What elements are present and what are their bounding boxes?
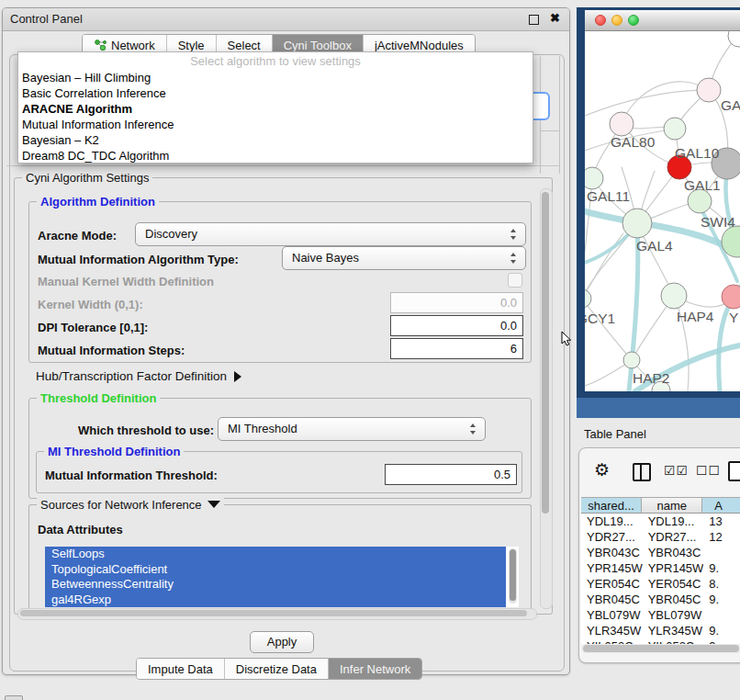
network-canvas-svg: GALGAL80GAL10GAL1GAL11SWI4GAL4GCY1HAP4YH… — [585, 31, 740, 391]
hidden-panel-border — [559, 56, 560, 174]
threshold-definition-title: Threshold Definition — [37, 391, 160, 405]
attribute-item[interactable]: gal4RGexp — [45, 593, 506, 608]
columns-icon[interactable] — [633, 463, 651, 481]
table-row[interactable]: YPR145WYPR145W9. — [581, 560, 740, 576]
close-traffic-icon[interactable] — [595, 15, 606, 26]
which-threshold-select[interactable]: MI Threshold — [218, 417, 486, 441]
mi-threshold-definition-title: MI Threshold Definition — [44, 445, 184, 458]
node-label: HAP4 — [677, 309, 714, 324]
algorithm-option[interactable]: Dream8 DC_TDC Algorithm — [22, 148, 529, 164]
network-window-titlebar[interactable] — [585, 10, 740, 31]
which-threshold-label: Which threshold to use: — [78, 423, 214, 437]
bottom-left-partial-button[interactable] — [5, 695, 23, 700]
manual-kernel-checkbox[interactable] — [508, 273, 522, 288]
table-row[interactable]: YBR043CYBR043C — [581, 545, 740, 560]
sources-title: Sources for Network Inference — [40, 498, 202, 512]
table-row[interactable]: YER054CYER054C8. — [581, 576, 740, 592]
algorithm-option-selected[interactable]: ARACNE Algorithm — [22, 101, 529, 117]
tab-network-label: Network — [111, 39, 155, 52]
deselect-all-icon[interactable]: ☐☐ — [696, 463, 721, 478]
settings-vscroll-thumb[interactable] — [542, 192, 549, 514]
table-hscroll-thumb[interactable] — [583, 645, 739, 652]
node-gal80[interactable] — [610, 112, 633, 136]
node-gal7[interactable] — [697, 78, 721, 102]
table-row[interactable]: YLR345WYLR345W9. — [581, 623, 740, 638]
column-header-name[interactable]: name — [642, 497, 702, 514]
zoom-traffic-icon[interactable] — [628, 15, 639, 26]
algorithm-option[interactable]: Bayesian – Hill Climbing — [22, 70, 529, 85]
kernel-width-field[interactable]: 0.0 — [390, 292, 523, 313]
expand-right-icon — [234, 371, 241, 382]
hub-definition-label: Hub/Transcription Factor Definition — [36, 369, 227, 383]
mi-steps-label: Mutual Information Steps: — [38, 344, 185, 357]
float-window-icon[interactable] — [529, 15, 539, 25]
node-gal11[interactable] — [585, 167, 603, 189]
node-label: HAP2 — [633, 370, 670, 386]
minimize-traffic-icon[interactable] — [611, 15, 622, 26]
node-gal4[interactable] — [622, 209, 652, 238]
dpi-tolerance-label: DPI Tolerance [0,1]: — [38, 321, 148, 334]
tab-impute-data[interactable]: Impute Data — [137, 659, 225, 679]
column-header-shared-name[interactable]: shared... — [581, 497, 642, 514]
node-label: GCY1 — [585, 310, 615, 326]
tab-cyni-toolbox-label: Cyni Toolbox — [284, 39, 352, 52]
tab-discretize-data[interactable]: Discretize Data — [225, 659, 329, 679]
network-icon — [94, 40, 107, 51]
attributes-scrollbar[interactable] — [509, 548, 517, 604]
table-row[interactable]: YDL19...YDL19...13 — [581, 514, 740, 529]
table-row[interactable]: YBL079WYBL079W — [581, 607, 740, 623]
collapse-down-icon — [207, 501, 220, 508]
column-header-partial[interactable]: A — [702, 497, 740, 514]
hidden-panel-border — [540, 130, 560, 131]
table-row[interactable]: YDR27...YDR27...12 — [581, 529, 740, 545]
aracne-mode-select[interactable]: Discovery — [135, 222, 526, 246]
spinner-arrows-icon — [510, 229, 517, 240]
algorithm-option[interactable]: Bayesian – K2 — [22, 132, 529, 148]
table-horizontal-scrollbar[interactable] — [581, 644, 740, 653]
network-view-window: GALGAL80GAL10GAL1GAL11SWI4GAL4GCY1HAP4YH… — [577, 7, 740, 398]
table-panel: Table Panel ⚙ ☑☑ ☐☐ shared... name A YDL… — [571, 418, 740, 700]
node-gcy1[interactable] — [585, 289, 591, 308]
select-all-icon[interactable]: ☑☑ — [664, 463, 689, 478]
dpi-tolerance-field[interactable]: 0.0 — [390, 315, 523, 336]
gear-icon[interactable]: ⚙ — [594, 459, 610, 480]
node-hap4[interactable] — [661, 283, 687, 309]
algorithm-option[interactable]: Mutual Information Inference — [22, 117, 529, 132]
node-partial-top[interactable] — [728, 31, 740, 47]
data-attributes-list[interactable]: SelfLoops TopologicalCoefficient Between… — [45, 547, 519, 607]
spinner-arrows-icon — [470, 423, 477, 435]
attribute-item[interactable]: SelfLoops — [45, 547, 506, 562]
table-row[interactable]: YBR045CYBR045C9. — [581, 592, 740, 607]
node-label: SWI4 — [701, 214, 735, 230]
settings-hscroll-thumb[interactable] — [20, 610, 527, 616]
aracne-mode-value: Discovery — [145, 227, 197, 241]
mi-type-label: Mutual Information Algorithm Type: — [38, 253, 239, 266]
attribute-item[interactable]: TopologicalCoefficient — [45, 562, 506, 578]
settings-horizontal-scrollbar[interactable] — [17, 608, 537, 620]
data-attributes-label: Data Attributes — [38, 523, 123, 536]
node-label: GAL — [721, 97, 740, 113]
node-label: GAL10 — [675, 145, 720, 161]
tab-impute-data-label: Impute Data — [148, 662, 213, 676]
attributes-scrollbar-thumb[interactable] — [510, 549, 516, 601]
sources-title-row[interactable]: Sources for Network Inference — [37, 498, 224, 512]
node-hap2[interactable] — [623, 352, 640, 368]
attribute-item[interactable]: BetweennessCentrality — [45, 577, 506, 593]
close-icon[interactable]: ✖ — [550, 11, 560, 25]
mi-steps-field[interactable]: 6 — [390, 338, 523, 359]
function-builder-icon[interactable] — [728, 461, 740, 481]
network-canvas[interactable]: GALGAL80GAL10GAL1GAL11SWI4GAL4GCY1HAP4YH… — [585, 31, 740, 391]
node-salmon[interactable] — [722, 285, 740, 309]
aracne-mode-label: Aracne Mode: — [38, 229, 117, 243]
apply-button[interactable]: Apply — [250, 631, 314, 653]
tab-infer-network[interactable]: Infer Network — [329, 659, 421, 679]
hidden-panel-border — [6, 165, 560, 166]
node-label: Y — [729, 310, 738, 325]
table-panel-title: Table Panel — [584, 427, 646, 441]
settings-vertical-scrollbar[interactable] — [540, 188, 553, 609]
mi-threshold-field[interactable]: 0.5 — [385, 464, 517, 485]
hub-definition-expander[interactable]: Hub/Transcription Factor Definition — [36, 369, 241, 383]
algorithm-option[interactable]: Basic Correlation Inference — [22, 85, 529, 101]
node-gal10[interactable] — [664, 118, 686, 140]
mi-type-select[interactable]: Naive Bayes — [282, 246, 526, 270]
